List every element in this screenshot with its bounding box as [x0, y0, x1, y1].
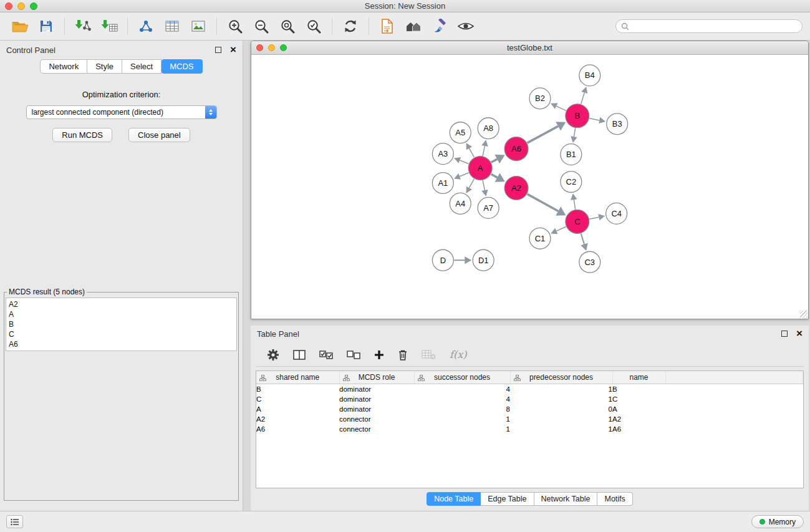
table-cell[interactable]: connector: [339, 424, 414, 434]
tab-node-table[interactable]: Node Table: [427, 492, 481, 506]
delete-column-button[interactable]: [398, 349, 408, 360]
table-cell[interactable]: 0: [510, 404, 612, 414]
result-item[interactable]: A6: [9, 339, 234, 349]
zoom-fit-button[interactable]: [275, 16, 300, 37]
table-close-panel-icon[interactable]: ×: [796, 329, 803, 338]
table-cell[interactable]: 1: [510, 394, 612, 404]
open-session-button[interactable]: [7, 16, 32, 37]
result-item[interactable]: A: [9, 309, 234, 319]
network-minimize-icon[interactable]: [268, 44, 275, 51]
graph-edge-B-B1[interactable]: [574, 128, 575, 137]
resize-handle[interactable]: [800, 311, 808, 318]
tab-motifs[interactable]: Motifs: [597, 492, 632, 506]
export-image-button[interactable]: [186, 16, 211, 37]
table-cell[interactable]: A: [612, 404, 665, 414]
graph-edge-C-C3[interactable]: [581, 233, 584, 244]
tab-mcds[interactable]: MCDS: [162, 59, 202, 74]
table-cell[interactable]: 1: [510, 424, 612, 434]
table-row[interactable]: Bdominator41B: [256, 384, 803, 394]
graph-edge-A-A7[interactable]: [483, 180, 485, 190]
graph-edge-C-C2[interactable]: [574, 200, 575, 210]
table-cell[interactable]: dominator: [339, 384, 414, 394]
mcds-result-list[interactable]: A2ABCA6: [6, 297, 237, 351]
table-row[interactable]: A6connector11A6: [256, 424, 803, 434]
search-input[interactable]: [632, 21, 797, 31]
tab-edge-table[interactable]: Edge Table: [481, 492, 534, 506]
result-item[interactable]: B: [9, 319, 234, 329]
result-item[interactable]: C: [9, 329, 234, 339]
delete-table-button[interactable]: [422, 350, 436, 360]
refresh-view-button[interactable]: [338, 16, 363, 37]
table-cell[interactable]: dominator: [339, 404, 414, 414]
run-mcds-button[interactable]: Run MCDS: [52, 128, 112, 142]
graph-edge-A-A1[interactable]: [460, 173, 468, 177]
table-row[interactable]: Cdominator41C: [256, 394, 803, 404]
column-header-mcds-role[interactable]: MCDS role: [339, 371, 414, 384]
network-graph[interactable]: B4B2BB3A8A5A6A3B1AC2A1A2A4A7C4CC1C3DD1: [251, 55, 808, 319]
select-all-rows-button[interactable]: [319, 351, 333, 359]
table-cell[interactable]: A6: [256, 424, 339, 434]
graph-edge-A6-B[interactable]: [528, 126, 559, 143]
column-header-shared-name[interactable]: shared name: [256, 371, 339, 384]
deselect-all-rows-button[interactable]: [347, 351, 360, 359]
table-cell[interactable]: B: [612, 384, 665, 394]
toolbar-search[interactable]: [615, 19, 803, 33]
table-cell[interactable]: 1: [414, 424, 510, 434]
table-settings-button[interactable]: [267, 349, 279, 361]
optimization-criterion-dropdown[interactable]: largest connected component (directed): [26, 105, 217, 119]
zoom-in-button[interactable]: [223, 16, 248, 37]
home-button[interactable]: [401, 16, 426, 37]
zoom-out-button[interactable]: [249, 16, 274, 37]
network-zoom-icon[interactable]: [280, 44, 287, 51]
table-cell[interactable]: 1: [510, 414, 612, 424]
tab-style[interactable]: Style: [87, 59, 122, 74]
table-cell[interactable]: A2: [612, 414, 665, 424]
table-cell[interactable]: 1: [414, 414, 510, 424]
column-header-predecessor-nodes[interactable]: predecessor nodes: [510, 371, 612, 384]
tab-select[interactable]: Select: [122, 59, 162, 74]
import-network-button[interactable]: [70, 16, 95, 37]
graph-edge-A2-C[interactable]: [528, 194, 559, 211]
zoom-window-icon[interactable]: [30, 2, 37, 10]
graph-edge-A-A8[interactable]: [483, 146, 485, 156]
table-cell[interactable]: 1: [510, 384, 612, 394]
show-graphics-button[interactable]: [453, 16, 478, 37]
network-close-icon[interactable]: [256, 44, 263, 51]
table-cell[interactable]: 4: [414, 394, 510, 404]
table-row[interactable]: Adominator80A: [256, 404, 803, 414]
graph-edge-B-B4[interactable]: [581, 93, 585, 104]
table-float-panel-icon[interactable]: [781, 331, 788, 337]
graph-edge-A-A3[interactable]: [460, 160, 468, 163]
graph-edge-A-A4[interactable]: [469, 179, 474, 188]
save-session-button[interactable]: [34, 16, 59, 37]
table-cell[interactable]: dominator: [339, 394, 414, 404]
close-window-icon[interactable]: [5, 2, 12, 10]
column-header-successor-nodes[interactable]: successor nodes: [414, 371, 510, 384]
task-history-button[interactable]: [6, 515, 23, 528]
table-cell[interactable]: connector: [339, 414, 414, 424]
graph-edge-B-B3[interactable]: [589, 118, 599, 120]
close-panel-icon[interactable]: ×: [230, 46, 236, 54]
minimize-window-icon[interactable]: [17, 2, 25, 10]
new-network-button[interactable]: [133, 16, 158, 37]
table-cell[interactable]: A2: [256, 414, 339, 424]
table-cell[interactable]: C: [612, 394, 665, 404]
style-brush-button[interactable]: [427, 16, 452, 37]
table-cell[interactable]: 8: [414, 404, 510, 414]
graph-edge-A-A2[interactable]: [491, 174, 498, 177]
zoom-selected-button[interactable]: [301, 16, 326, 37]
graph-edge-A-A6[interactable]: [491, 159, 497, 162]
graph-edge-A-A5[interactable]: [469, 148, 474, 157]
column-header-name[interactable]: name: [612, 371, 665, 384]
result-item[interactable]: A2: [9, 299, 234, 309]
table-cell[interactable]: B: [256, 384, 339, 394]
table-cell[interactable]: A6: [612, 424, 665, 434]
graph-edge-B-B2[interactable]: [556, 106, 566, 110]
table-cell[interactable]: C: [256, 394, 339, 404]
function-builder-button[interactable]: f(x): [450, 349, 466, 360]
add-column-button[interactable]: [374, 350, 384, 360]
table-cell[interactable]: 4: [414, 384, 510, 394]
tab-network-table[interactable]: Network Table: [534, 492, 598, 506]
tab-network[interactable]: Network: [40, 59, 87, 74]
document-button[interactable]: [375, 16, 400, 37]
